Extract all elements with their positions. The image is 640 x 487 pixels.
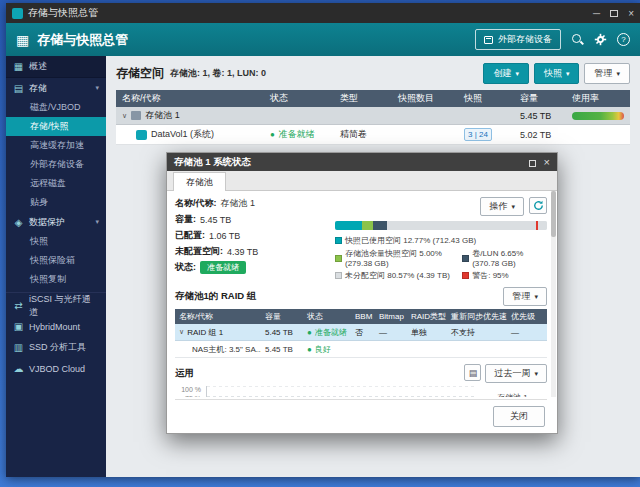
raid-table-header: 名称/代称 容量 状态 BBM Bitmap RAID类型 重新同步优先速度 优… (175, 309, 547, 324)
usage-section-title: 运用 (175, 367, 194, 380)
capacity-segment-unallocated (387, 221, 547, 230)
app-header: ▦ 存储与快照总管 外部存储设备 ? (6, 23, 640, 56)
sidebar: ▦ 概述 ▤ 存储 ▾ 磁盘/VJBOD 存储/快照 高速缓存加速 外部存储设备… (6, 56, 106, 477)
raid-group-row[interactable]: ∨ RAID 组 1 5.45 TB ● 准备就绪 否 — 单独 不支持 — (175, 324, 547, 341)
legend-swatch (335, 272, 342, 279)
close-button[interactable]: 关闭 (493, 406, 545, 427)
volume-icon (136, 130, 147, 140)
disk-name: NAS主机: 3.5" SA... (192, 344, 261, 355)
scrollbar-thumb[interactable] (551, 191, 556, 237)
table-row-pool[interactable]: ∨ 存储池 1 5.45 TB (116, 107, 630, 125)
collapse-icon[interactable]: ∨ (122, 112, 127, 120)
volume-status: 准备就绪 (279, 128, 315, 141)
app-title: 存储与快照总管 (37, 31, 128, 49)
chevron-down-icon: ▾ (534, 370, 538, 378)
snapshot-count-badge[interactable]: 3 | 24 (464, 128, 492, 141)
snapshot-button[interactable]: 快照 ▾ (534, 63, 580, 84)
table-header-row: 名称/代称 状态 类型 快照数目 快照 容量 使用率 (116, 90, 630, 107)
status-dot-icon: ● (270, 130, 275, 139)
chart-legend: 存储池 1 当前数据警告 (481, 386, 547, 397)
close-icon[interactable]: × (628, 8, 634, 19)
shield-icon: ◈ (13, 217, 24, 228)
sidebar-item-remote-disk[interactable]: 远程磁盘 (6, 174, 106, 193)
raid-manage-button[interactable]: 管理 ▾ (503, 287, 547, 306)
chevron-down-icon: ▾ (511, 203, 515, 211)
legend-swatch (335, 255, 342, 262)
volume-capacity: 5.02 TB (514, 130, 566, 140)
tab-storage-pool[interactable]: 存储池 (173, 172, 226, 191)
capacity-bar (335, 221, 547, 230)
hybridmount-icon: ▣ (13, 321, 24, 332)
chart-y-axis: 100 % 75 % 50 % 25 % 0 % (175, 386, 201, 397)
storage-pool-icon (131, 111, 141, 120)
chevron-down-icon: ▾ (616, 70, 620, 78)
sidebar-item-snapshot-vault[interactable]: 快照保险箱 (6, 251, 106, 270)
help-icon[interactable]: ? (617, 33, 630, 46)
warning-threshold-tick (536, 221, 538, 230)
dialog-title: 存储池 1 系统状态 (174, 156, 251, 169)
sidebar-item-disks-vjbod[interactable]: 磁盘/VJBOD (6, 98, 106, 117)
chevron-down-icon: ▾ (566, 70, 570, 78)
status-label: 状态: (175, 261, 196, 274)
sidebar-item-iscsi[interactable]: ⇄ iSCSI 与光纤通道 (6, 295, 106, 316)
legend-swatch (462, 255, 469, 262)
sidebar-item-vjbod-cloud[interactable]: ☁ VJBOD Cloud (6, 358, 106, 379)
capacity-segment-snapshot-used (335, 221, 362, 230)
external-device-icon (484, 36, 493, 44)
unallocated-label: 未配置空间: (175, 245, 223, 258)
manage-button[interactable]: 管理 ▾ (584, 63, 630, 84)
period-select[interactable]: 过去一周 ▾ (485, 364, 547, 383)
refresh-button[interactable] (529, 197, 547, 214)
pool-status-dialog: 存储池 1 系统状态 × 存储池 名称/代称:存储池 1 容量:5.45 TB … (166, 152, 558, 434)
create-button[interactable]: 创建 ▾ (483, 63, 529, 84)
status-dot-icon: ● (307, 345, 312, 354)
name-label: 名称/代称: (175, 197, 217, 210)
iscsi-icon: ⇄ (13, 300, 24, 311)
status-dot-icon: ● (307, 328, 312, 337)
dialog-titlebar: 存储池 1 系统状态 × (167, 153, 557, 171)
chevron-down-icon: ▾ (534, 293, 538, 301)
usage-chart: 100 % 75 % 50 % 25 % 0 % Mon Tue W (175, 386, 547, 397)
volume-name: DataVol1 (系统) (151, 128, 214, 141)
ssd-icon: ▥ (13, 342, 24, 353)
app-icon (12, 8, 23, 19)
list-view-icon[interactable]: ▤ (464, 364, 481, 381)
sidebar-item-snapshot-replica[interactable]: 快照复制 (6, 270, 106, 289)
capacity-segment-volume-lun (373, 221, 387, 230)
status-badge: 准备就绪 (200, 261, 246, 274)
menu-icon[interactable]: ▦ (16, 32, 29, 48)
pool-name: 存储池 1 (145, 109, 180, 122)
raid-group-name: RAID 组 1 (187, 327, 223, 338)
scrollbar[interactable] (551, 191, 556, 397)
close-icon[interactable]: × (544, 157, 550, 168)
popout-icon[interactable] (529, 153, 536, 171)
sidebar-item-overview[interactable]: ▦ 概述 (6, 56, 106, 78)
table-row-volume[interactable]: DataVol1 (系统) ● 准备就绪 精简卷 3 | 24 5.02 TB (116, 125, 630, 145)
collapse-icon[interactable]: ∨ (179, 328, 184, 336)
sidebar-item-hybridmount[interactable]: ▣ HybridMount (6, 316, 106, 337)
sidebar-section-label: 存储 (29, 82, 47, 95)
window-title: 存储与快照总管 (28, 6, 98, 20)
chevron-down-icon: ▾ (515, 70, 519, 78)
minimize-icon[interactable]: ─ (593, 8, 600, 19)
sidebar-item-storage-extra[interactable]: 贴身 (6, 193, 106, 212)
sidebar-item-cache-acceleration[interactable]: 高速缓存加速 (6, 136, 106, 155)
sidebar-item-ssd-profiling[interactable]: ▥ SSD 分析工具 (6, 337, 106, 358)
raid-disk-row[interactable]: NAS主机: 3.5" SA... 5.45 TB ● 良好 (175, 341, 547, 358)
sidebar-section-data-protection[interactable]: ◈ 数据保护 ▾ (6, 212, 106, 232)
action-button[interactable]: 操作 ▾ (480, 197, 524, 216)
name-value: 存储池 1 (221, 197, 256, 210)
gear-icon[interactable] (594, 33, 607, 46)
sidebar-item-snapshot[interactable]: 快照 (6, 232, 106, 251)
sidebar-item-external-storage[interactable]: 外部存储设备 (6, 155, 106, 174)
page-title: 存储空间 (116, 65, 164, 82)
capacity-value: 5.45 TB (200, 215, 231, 225)
unallocated-value: 4.39 TB (227, 247, 258, 257)
search-icon[interactable] (571, 33, 584, 46)
maximize-icon[interactable] (610, 8, 618, 19)
sidebar-item-storage-snapshots[interactable]: 存储/快照 (6, 117, 106, 136)
legend-swatch (335, 237, 342, 244)
sidebar-section-storage[interactable]: ▤ 存储 ▾ (6, 78, 106, 98)
sidebar-section-label: 数据保护 (29, 216, 65, 229)
external-storage-button[interactable]: 外部存储设备 (475, 29, 561, 50)
